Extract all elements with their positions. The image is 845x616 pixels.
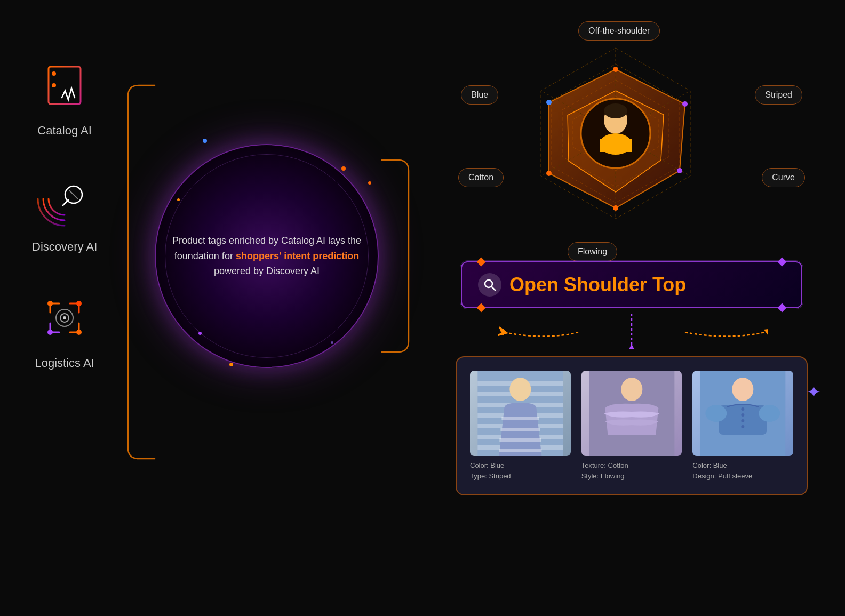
discovery-ai-item: Discovery AI (32, 170, 97, 254)
product-meta-2: Texture: Cotton Style: Flowing (581, 460, 682, 481)
svg-point-54 (621, 378, 642, 401)
product-card-2: Texture: Cotton Style: Flowing (581, 371, 682, 481)
svg-point-60 (742, 407, 745, 411)
product-image-2 (581, 371, 682, 456)
product-image-1 (470, 371, 571, 456)
dot-3 (177, 198, 180, 201)
svg-marker-42 (629, 344, 634, 349)
discovery-ai-label: Discovery AI (32, 240, 97, 254)
left-sidebar: Catalog AI Disc (32, 53, 97, 370)
search-icon-circle (478, 273, 501, 297)
svg-point-62 (742, 419, 745, 422)
catalog-ai-item: Catalog AI (33, 53, 97, 138)
svg-line-6 (63, 200, 68, 205)
right-bracket-connector (377, 144, 430, 368)
arrows-area (461, 311, 802, 354)
product-silhouette-3 (692, 371, 793, 456)
svg-point-27 (613, 67, 618, 72)
product-silhouette-2 (581, 371, 682, 456)
left-bracket-connector (117, 69, 160, 475)
dot-2 (198, 332, 202, 335)
product-card-1: Color: Blue Type: Striped (470, 371, 571, 481)
spider-svg (450, 16, 813, 261)
center-highlight: shoppers' intent prediction (236, 251, 359, 261)
results-card: Color: Blue Type: Striped Texture: (456, 356, 808, 495)
sparkle-dot-3 (229, 363, 233, 366)
sparkle-dot-2 (368, 181, 371, 185)
catalog-ai-label: Catalog AI (37, 124, 92, 138)
label-striped: Striped (755, 85, 802, 105)
discovery-ai-icon (33, 170, 97, 234)
svg-point-28 (682, 101, 688, 107)
svg-point-35 (604, 103, 627, 118)
label-cotton: Cotton (458, 168, 504, 187)
search-bar: Open Shoulder Top (461, 261, 802, 308)
logistics-ai-item: Logistics AI (33, 286, 97, 370)
sparkle-dot-1 (203, 139, 207, 143)
center-text: Product tags enriched by Catalog AI lays… (156, 217, 378, 295)
label-off-the-shoulder: Off-the-shoulder (578, 21, 660, 41)
logistics-ai-icon (33, 286, 97, 350)
search-icon (483, 278, 497, 292)
center-circle: Product tags enriched by Catalog AI lays… (155, 144, 379, 368)
product-meta-3: Color: Blue Design: Puff sleeve (692, 460, 793, 481)
dot-1 (341, 166, 346, 171)
svg-point-30 (613, 205, 618, 211)
svg-marker-41 (499, 329, 504, 335)
arrows-svg (461, 311, 802, 354)
right-section: Off-the-shoulder Striped Curve Flowing C… (450, 16, 813, 495)
label-blue: Blue (461, 85, 498, 105)
sparkle-icon: ✦ (807, 382, 821, 402)
label-curve: Curve (762, 168, 805, 187)
svg-point-3 (52, 71, 56, 76)
svg-point-31 (546, 171, 552, 176)
svg-point-59 (759, 405, 780, 422)
svg-point-38 (485, 280, 492, 287)
svg-point-56 (732, 378, 754, 401)
svg-line-7 (69, 190, 78, 199)
svg-point-52 (509, 378, 531, 401)
svg-point-14 (63, 316, 66, 319)
svg-point-63 (742, 425, 745, 428)
product-image-3 (692, 371, 793, 456)
label-flowing: Flowing (568, 242, 617, 261)
svg-point-58 (706, 405, 727, 422)
svg-point-32 (546, 100, 552, 105)
catalog-ai-icon (33, 53, 97, 117)
spider-chart-area: Off-the-shoulder Striped Curve Flowing C… (450, 16, 813, 261)
svg-point-29 (677, 168, 682, 173)
svg-point-61 (742, 413, 745, 417)
product-card-3: Color: Blue Design: Puff sleeve (692, 371, 793, 481)
center-text-after: powered by Discovery AI (214, 266, 320, 276)
search-query-text: Open Shoulder Top (509, 274, 686, 296)
product-meta-1: Color: Blue Type: Striped (470, 460, 571, 481)
logistics-ai-label: Logistics AI (35, 356, 94, 370)
svg-line-39 (491, 286, 495, 290)
svg-marker-43 (764, 329, 768, 335)
svg-point-4 (52, 83, 56, 87)
sparkle-dot-4 (331, 341, 333, 344)
svg-rect-37 (600, 139, 632, 152)
product-silhouette-1 (470, 371, 571, 456)
